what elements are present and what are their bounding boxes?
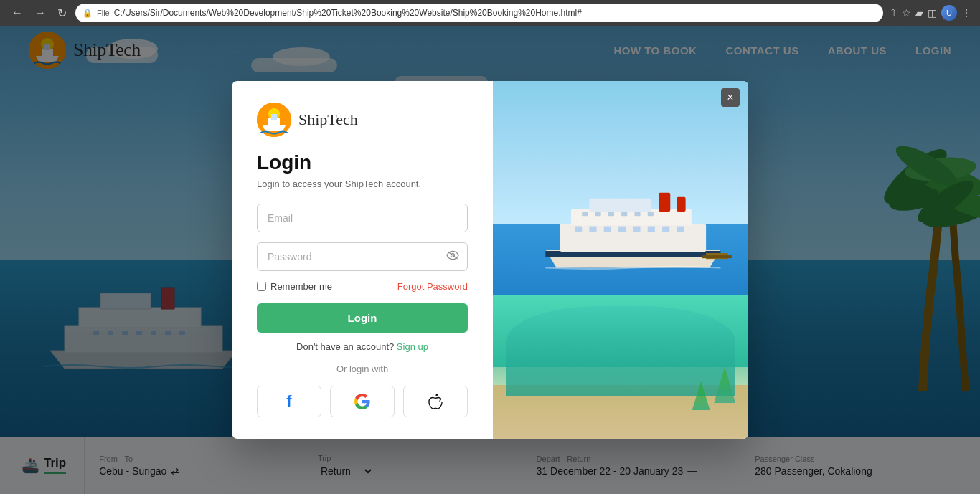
signup-link[interactable]: Sign up xyxy=(397,341,428,352)
svg-rect-26 xyxy=(271,114,277,120)
or-divider: Or login with xyxy=(257,364,468,374)
modal-left-panel: ShipTech Login Login to access your Ship… xyxy=(232,81,493,439)
extensions-icon[interactable]: ▰ xyxy=(915,7,923,19)
website: ShipTech HOW TO BOOK CONTACT US ABOUT US… xyxy=(0,26,980,494)
signup-text: Don't have an account? Sign up xyxy=(257,341,468,352)
svg-rect-42 xyxy=(583,212,588,216)
modal-overlay[interactable]: × ShipTech xyxy=(0,26,980,494)
svg-rect-41 xyxy=(677,226,684,232)
svg-rect-46 xyxy=(635,212,641,216)
forward-button[interactable]: → xyxy=(32,4,49,22)
modal-logo-icon xyxy=(257,103,291,137)
split-screen-icon[interactable]: ◫ xyxy=(928,7,937,19)
password-wrapper xyxy=(257,242,468,271)
remember-me-checkbox[interactable] xyxy=(257,282,266,291)
svg-rect-47 xyxy=(648,212,654,216)
svg-rect-40 xyxy=(662,226,669,232)
login-modal: × ShipTech xyxy=(232,81,748,439)
apple-icon xyxy=(428,394,443,409)
svg-rect-31 xyxy=(590,199,651,212)
modal-cruise-image xyxy=(493,81,748,439)
browser-actions: ⇧ ☆ ▰ ◫ U ⋮ xyxy=(889,5,971,21)
modal-title: Login xyxy=(257,151,468,174)
svg-rect-33 xyxy=(677,196,686,211)
image-cruise-ship xyxy=(531,171,735,314)
svg-rect-30 xyxy=(571,209,692,225)
menu-icon[interactable]: ⋮ xyxy=(961,7,971,19)
social-buttons: f xyxy=(257,386,468,417)
modal-logo: ShipTech xyxy=(257,103,468,137)
modal-subtitle: Login to access your ShipTech account. xyxy=(257,179,468,189)
svg-rect-44 xyxy=(608,212,614,216)
svg-rect-36 xyxy=(604,226,611,232)
login-button[interactable]: Login xyxy=(257,303,468,333)
svg-rect-43 xyxy=(595,212,601,216)
share-icon[interactable]: ⇧ xyxy=(889,7,897,19)
modal-right-panel xyxy=(493,81,748,439)
address-bar[interactable]: 🔒 File C:/Users/Sir/Documents/Web%20Deve… xyxy=(75,4,883,22)
svg-rect-49 xyxy=(702,255,732,258)
password-visibility-toggle[interactable] xyxy=(446,250,459,263)
svg-rect-35 xyxy=(590,226,597,232)
reload-button[interactable]: ↻ xyxy=(55,4,70,23)
svg-rect-38 xyxy=(633,226,641,232)
lock-icon: 🔒 xyxy=(83,9,93,18)
svg-rect-32 xyxy=(659,192,670,211)
modal-logo-text: ShipTech xyxy=(298,110,358,129)
browser-chrome: ← → ↻ 🔒 File C:/Users/Sir/Documents/Web%… xyxy=(0,0,980,26)
svg-rect-37 xyxy=(618,226,626,232)
profile-avatar[interactable]: U xyxy=(941,5,957,21)
facebook-icon: f xyxy=(286,392,291,411)
email-input[interactable] xyxy=(257,204,468,232)
facebook-login-button[interactable]: f xyxy=(257,386,321,417)
modal-close-button[interactable]: × xyxy=(721,88,740,107)
google-icon xyxy=(354,394,370,409)
apple-login-button[interactable] xyxy=(403,386,468,417)
svg-rect-45 xyxy=(622,212,628,216)
forgot-password-link[interactable]: Forgot Password xyxy=(397,281,468,292)
password-input[interactable] xyxy=(257,242,468,271)
file-label: File xyxy=(97,9,110,17)
svg-rect-34 xyxy=(575,226,582,232)
remember-me-label[interactable]: Remember me xyxy=(257,281,332,292)
svg-line-28 xyxy=(448,252,457,259)
svg-rect-39 xyxy=(648,226,655,232)
google-login-button[interactable] xyxy=(330,386,395,417)
bookmark-icon[interactable]: ☆ xyxy=(902,7,911,19)
remember-forgot-row: Remember me Forgot Password xyxy=(257,281,468,292)
back-button[interactable]: ← xyxy=(9,4,26,22)
url-text: C:/Users/Sir/Documents/Web%20Development… xyxy=(114,8,582,18)
